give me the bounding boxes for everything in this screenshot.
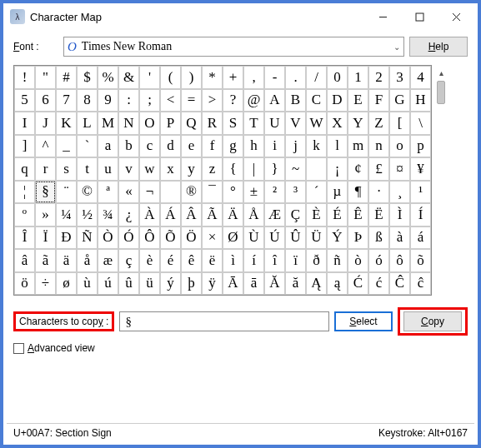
character-cell[interactable]: Ï [35, 226, 56, 250]
character-cell[interactable]: ã [35, 249, 56, 272]
character-cell[interactable]: ă [285, 272, 306, 296]
character-cell[interactable]: « [118, 181, 139, 204]
maximize-button[interactable] [401, 5, 438, 28]
character-cell[interactable]: Ô [139, 226, 160, 250]
character-cell[interactable]: ] [14, 135, 35, 158]
character-cell[interactable]: ' [139, 66, 160, 89]
character-cell[interactable]: © [77, 181, 98, 204]
character-cell[interactable]: } [264, 157, 285, 181]
character-cell[interactable]: \ [410, 112, 431, 135]
character-cell[interactable]: G [389, 89, 410, 112]
character-cell[interactable]: É [327, 203, 348, 226]
character-cell[interactable]: ¨ [56, 181, 77, 204]
character-cell[interactable]: ù [77, 272, 98, 296]
character-cell[interactable]: ö [14, 272, 35, 296]
character-cell[interactable]: / [306, 66, 327, 89]
character-cell[interactable]: Æ [264, 203, 285, 226]
character-cell[interactable]: è [139, 249, 160, 272]
character-cell[interactable]: U [264, 112, 285, 135]
character-cell[interactable]: B [285, 89, 306, 112]
character-cell[interactable]: t [77, 157, 98, 181]
character-cell[interactable]: Õ [160, 226, 181, 250]
character-cell[interactable]: ĉ [410, 272, 431, 296]
character-cell[interactable]: z [202, 157, 223, 181]
character-cell[interactable] [306, 157, 327, 181]
character-cell[interactable]: ­ [160, 181, 181, 204]
character-cell[interactable]: 7 [56, 89, 77, 112]
character-cell[interactable]: ì [223, 249, 243, 272]
character-cell[interactable]: X [327, 112, 348, 135]
character-cell[interactable]: E [348, 89, 368, 112]
character-cell[interactable]: M [98, 112, 118, 135]
character-cell[interactable]: Ā [223, 272, 243, 296]
character-cell[interactable]: , [243, 66, 264, 89]
character-cell[interactable]: õ [410, 249, 431, 272]
character-cell[interactable]: [ [389, 112, 410, 135]
character-cell[interactable]: c [139, 135, 160, 158]
character-cell[interactable]: p [410, 135, 431, 158]
character-cell[interactable]: S [223, 112, 243, 135]
character-cell[interactable]: Ø [223, 226, 243, 250]
character-cell[interactable]: È [306, 203, 327, 226]
character-cell[interactable]: ! [14, 66, 35, 89]
scrollbar[interactable]: ▴ [432, 65, 450, 296]
character-cell[interactable]: á [410, 226, 431, 250]
minimize-button[interactable] [364, 5, 401, 28]
character-cell[interactable]: ¿ [118, 203, 139, 226]
character-cell[interactable]: 5 [14, 89, 35, 112]
character-cell[interactable]: e [181, 135, 202, 158]
character-cell[interactable]: × [202, 226, 223, 250]
character-cell[interactable]: À [139, 203, 160, 226]
character-cell[interactable]: ¼ [56, 203, 77, 226]
characters-to-copy-input[interactable]: § [119, 311, 329, 331]
character-cell[interactable]: g [223, 135, 243, 158]
character-cell[interactable]: Ñ [77, 226, 98, 250]
character-cell[interactable]: ¶ [348, 181, 368, 204]
character-cell[interactable]: { [223, 157, 243, 181]
close-button[interactable] [438, 5, 474, 28]
character-cell[interactable]: K [56, 112, 77, 135]
character-cell[interactable]: ª [98, 181, 118, 204]
character-cell[interactable]: * [202, 66, 223, 89]
character-cell[interactable]: ~ [285, 157, 306, 181]
character-cell[interactable]: Ì [389, 203, 410, 226]
character-cell[interactable]: m [348, 135, 368, 158]
character-cell[interactable]: í [243, 249, 264, 272]
character-cell[interactable]: ^ [35, 135, 56, 158]
copy-button[interactable]: Copy [403, 311, 462, 331]
select-button[interactable]: Select [334, 311, 393, 331]
scroll-up-icon[interactable]: ▴ [439, 68, 443, 77]
character-cell[interactable]: R [202, 112, 223, 135]
character-cell[interactable]: 2 [368, 66, 389, 89]
scroll-thumb[interactable] [437, 81, 445, 104]
character-cell[interactable]: ą [327, 272, 348, 296]
character-cell[interactable]: ý [160, 272, 181, 296]
character-cell[interactable]: 1 [348, 66, 368, 89]
character-cell[interactable]: Ù [243, 226, 264, 250]
character-cell[interactable]: j [285, 135, 306, 158]
character-cell[interactable]: F [368, 89, 389, 112]
character-cell[interactable]: Â [181, 203, 202, 226]
character-cell[interactable]: L [77, 112, 98, 135]
character-cell[interactable]: | [243, 157, 264, 181]
character-cell[interactable]: Ó [118, 226, 139, 250]
character-cell[interactable]: ´ [306, 181, 327, 204]
character-cell[interactable]: 9 [98, 89, 118, 112]
character-cell[interactable]: » [35, 203, 56, 226]
character-cell[interactable]: ¾ [98, 203, 118, 226]
character-cell[interactable]: ¹ [410, 181, 431, 204]
character-cell[interactable]: 3 [389, 66, 410, 89]
character-cell[interactable]: n [368, 135, 389, 158]
character-cell[interactable]: - [264, 66, 285, 89]
character-cell[interactable]: ? [223, 89, 243, 112]
character-cell[interactable]: A [264, 89, 285, 112]
character-cell[interactable]: Ă [264, 272, 285, 296]
character-cell[interactable]: ¢ [348, 157, 368, 181]
character-cell[interactable]: ï [285, 249, 306, 272]
character-cell[interactable]: ° [223, 181, 243, 204]
character-cell[interactable]: ® [181, 181, 202, 204]
character-cell[interactable]: % [98, 66, 118, 89]
character-cell[interactable]: ā [243, 272, 264, 296]
character-cell[interactable]: Ö [181, 226, 202, 250]
character-cell[interactable]: i [264, 135, 285, 158]
